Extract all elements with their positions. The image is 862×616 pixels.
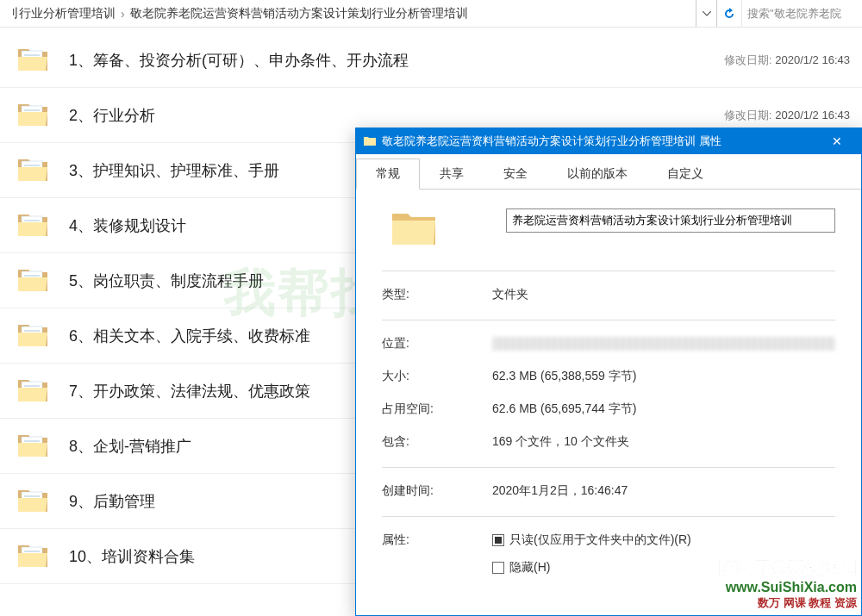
separator: [382, 516, 835, 517]
folder-icon: [16, 152, 69, 189]
value-type: 文件夹: [492, 287, 835, 302]
folder-icon: [16, 482, 69, 520]
folder-icon: [16, 372, 69, 409]
tab-2[interactable]: 安全: [484, 159, 547, 190]
folder-icon: [16, 207, 69, 244]
meta-date: 2020/1/2 16:43: [775, 53, 850, 66]
big-folder-icon: [390, 208, 437, 248]
folder-icon: [16, 538, 69, 575]
tab-0[interactable]: 常规: [356, 159, 420, 190]
folder-icon: [16, 427, 69, 464]
separator: [382, 271, 835, 271]
hidden-label: 隐藏(H): [509, 560, 550, 576]
label-created: 创建时间:: [382, 483, 492, 499]
folder-icon: [16, 41, 69, 78]
label-size: 大小:: [382, 369, 492, 384]
breadcrumb[interactable]: 刂行业分析管理培训 › 敬老院养老院运营资料营销活动方案设计策划行业分析管理培训: [0, 0, 696, 27]
meta-label: 修改日期:: [724, 109, 772, 121]
properties-dialog: 敬老院养老院运营资料营销活动方案设计策划行业分析管理培训 属性 ✕ 常规共享安全…: [355, 128, 862, 616]
readonly-checkbox[interactable]: [492, 534, 504, 546]
label-ondisk: 占用空间:: [382, 401, 492, 417]
folder-icon: [16, 96, 69, 134]
folder-icon: [16, 262, 69, 299]
label-attributes: 属性:: [382, 532, 492, 548]
search-placeholder: 搜索"敬老院养老院: [747, 6, 841, 22]
tab-3[interactable]: 以前的版本: [547, 159, 647, 190]
address-bar: 刂行业分析管理培训 › 敬老院养老院运营资料营销活动方案设计策划行业分析管理培训…: [0, 0, 862, 28]
address-dropdown-icon[interactable]: [696, 0, 717, 27]
value-ondisk: 62.6 MB (65,695,744 字节): [492, 401, 835, 417]
label-contains: 包含:: [382, 434, 492, 450]
list-item[interactable]: 1、筹备、投资分析(可研）、申办条件、开办流程修改日期:2020/1/2 16:…: [0, 33, 862, 88]
folder-icon: [363, 134, 377, 148]
file-meta: 修改日期:2020/1/2 16:43: [724, 108, 862, 123]
folder-icon: [16, 317, 69, 354]
dialog-tabs: 常规共享安全以前的版本自定义: [356, 154, 861, 190]
breadcrumb-separator: ›: [121, 7, 125, 21]
value-location-blurred: [492, 337, 835, 351]
search-input[interactable]: 搜索"敬老院养老院: [741, 0, 862, 27]
file-name: 2、行业分析: [69, 105, 724, 126]
tab-4[interactable]: 自定义: [647, 159, 723, 190]
dialog-titlebar[interactable]: 敬老院养老院运营资料营销活动方案设计策划行业分析管理培训 属性 ✕: [356, 128, 861, 154]
meta-date: 2020/1/2 16:43: [775, 109, 850, 121]
refresh-icon[interactable]: [717, 0, 741, 27]
value-size: 62.3 MB (65,388,559 字节): [492, 369, 835, 384]
folder-name-input[interactable]: [506, 208, 835, 233]
file-meta: 修改日期:2020/1/2 16:43: [724, 53, 862, 68]
breadcrumb-part[interactable]: 敬老院养老院运营资料营销活动方案设计策划行业分析管理培训: [130, 6, 468, 22]
value-contains: 169 个文件，10 个文件夹: [492, 434, 835, 450]
dialog-title: 敬老院养老院运营资料营销活动方案设计策划行业分析管理培训 属性: [382, 134, 820, 149]
tab-1[interactable]: 共享: [420, 159, 484, 190]
separator: [382, 467, 835, 468]
label-type: 类型:: [382, 287, 492, 302]
separator: [382, 320, 835, 320]
readonly-label: 只读(仅应用于文件夹中的文件)(R): [509, 532, 691, 548]
hidden-checkbox[interactable]: [492, 562, 504, 574]
value-created: 2020年1月2日，16:46:47: [492, 483, 835, 499]
close-icon[interactable]: ✕: [820, 134, 854, 148]
dialog-body: 类型: 文件夹 位置: 大小: 62.3 MB (65,388,559 字节) …: [356, 190, 861, 615]
label-location: 位置:: [382, 336, 492, 352]
file-name: 1、筹备、投资分析(可研）、申办条件、开办流程: [69, 50, 724, 71]
breadcrumb-part[interactable]: 刂行业分析管理培训: [7, 6, 116, 22]
meta-label: 修改日期:: [724, 53, 772, 66]
